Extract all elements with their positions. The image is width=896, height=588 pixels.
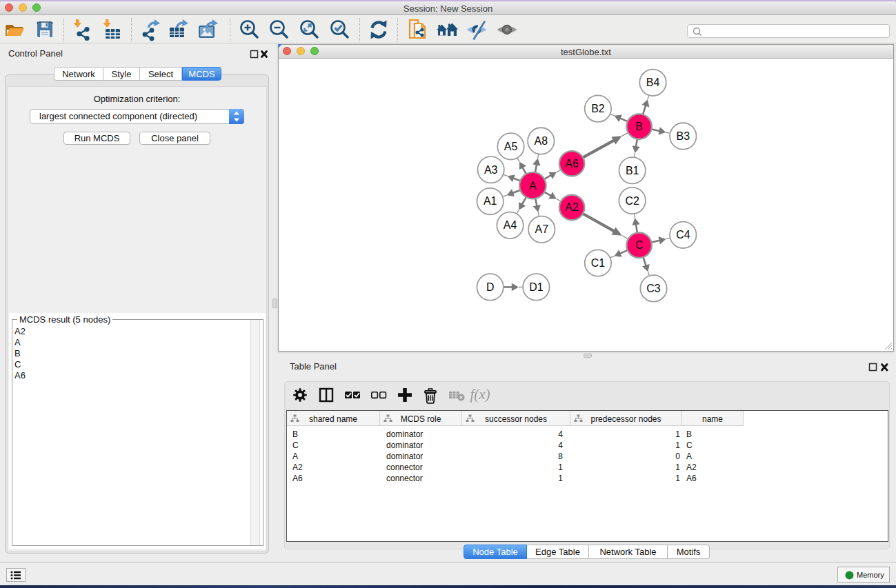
svg-text:f(x): f(x)	[470, 386, 490, 403]
svg-text:A3: A3	[484, 164, 498, 176]
svg-text:B3: B3	[677, 130, 690, 142]
svg-text:B2: B2	[591, 103, 605, 114]
svg-text:C4: C4	[676, 229, 690, 241]
svg-text:A: A	[529, 180, 537, 192]
svg-text:A7: A7	[535, 223, 549, 235]
svg-text:B1: B1	[626, 165, 639, 176]
svg-text:A5: A5	[504, 141, 518, 152]
svg-text:C3: C3	[646, 283, 660, 294]
svg-text:D1: D1	[529, 281, 543, 293]
svg-text:B4: B4	[646, 77, 660, 88]
svg-text:C2: C2	[626, 195, 639, 207]
svg-text:C1: C1	[591, 257, 605, 269]
svg-text:C: C	[635, 239, 644, 251]
svg-text:A6: A6	[565, 158, 579, 170]
svg-text:A2: A2	[565, 201, 579, 213]
svg-text:A4: A4	[504, 219, 517, 231]
svg-text:A1: A1	[484, 195, 497, 207]
svg-text:B: B	[635, 121, 643, 132]
svg-text:A8: A8	[535, 135, 548, 147]
svg-text:D: D	[486, 281, 495, 293]
